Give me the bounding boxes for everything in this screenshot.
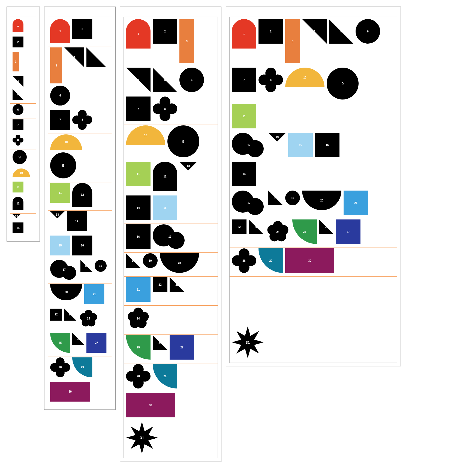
shape-4: 4 (64, 47, 84, 67)
shape-12: 12 (72, 183, 92, 207)
shape-21: 21 (84, 284, 104, 304)
row-divider (124, 161, 218, 161)
row-divider (124, 392, 218, 392)
svg-rect-130 (239, 255, 249, 266)
svg-rect-14 (13, 222, 23, 233)
shape-1: 1 (50, 19, 70, 43)
shape-14: 14 (13, 222, 23, 233)
svg-point-44 (85, 315, 92, 322)
shape-18: 18 (126, 253, 141, 268)
shape-27: 27 (336, 219, 360, 244)
shape-22: 22 (232, 219, 246, 234)
svg-point-4 (13, 104, 23, 115)
shape-20: 20 (302, 191, 341, 210)
row-divider (48, 381, 112, 381)
shape-10: 10 (285, 68, 324, 87)
svg-rect-74 (126, 277, 151, 302)
svg-point-35 (95, 260, 107, 272)
svg-marker-13 (13, 214, 20, 218)
svg-rect-58 (126, 97, 151, 121)
svg-rect-116 (232, 219, 246, 234)
svg-marker-107 (268, 133, 286, 141)
svg-marker-18 (86, 47, 106, 67)
svg-rect-65 (126, 162, 151, 186)
svg-marker-3 (13, 89, 23, 100)
svg-marker-132 (232, 326, 264, 358)
svg-point-73 (143, 253, 158, 268)
shape-3: 3 (13, 52, 19, 71)
svg-rect-16 (50, 47, 62, 83)
shape-4: 4 (126, 68, 151, 92)
svg-marker-95 (329, 19, 353, 44)
svg-point-57 (179, 68, 204, 92)
shape-6: 6 (356, 19, 380, 44)
svg-marker-83 (153, 335, 167, 350)
shape-25: 25 (292, 219, 317, 244)
svg-point-33 (62, 266, 76, 280)
svg-rect-15 (72, 19, 92, 39)
shape-26: 26 (153, 335, 167, 350)
svg-marker-91 (126, 422, 158, 454)
svg-marker-56 (153, 68, 177, 92)
row-divider (48, 357, 112, 357)
shape-30: 30 (285, 248, 334, 273)
svg-rect-92 (258, 19, 283, 44)
svg-marker-124 (319, 219, 334, 234)
shape-25: 25 (50, 333, 70, 353)
svg-marker-117 (249, 219, 263, 234)
row-divider (48, 332, 112, 332)
shape-14: 14 (232, 162, 256, 186)
shape-23: 23 (249, 219, 263, 234)
shape-8: 8 (153, 97, 177, 121)
viewport-column-4: 1234567810911171315161417181920212223242… (226, 7, 401, 366)
row-divider (48, 235, 112, 235)
shape-28: 28 (126, 364, 151, 388)
svg-marker-66 (179, 162, 197, 170)
svg-rect-52 (50, 382, 90, 402)
shape-19: 19 (285, 191, 300, 205)
svg-point-106 (246, 140, 264, 157)
shape-17: 17 (232, 133, 266, 157)
row-divider (124, 305, 218, 306)
shape-7: 7 (126, 97, 151, 121)
shape-11: 11 (50, 183, 70, 203)
shape-8: 8 (13, 135, 23, 146)
row-divider (48, 134, 112, 134)
svg-marker-38 (64, 309, 76, 321)
shape-28: 28 (50, 357, 70, 377)
svg-rect-67 (126, 195, 151, 220)
row-divider (124, 224, 218, 224)
shape-31: 31 (126, 422, 158, 454)
shape-3: 3 (50, 47, 62, 83)
shape-29: 29 (153, 364, 177, 388)
row-divider (124, 195, 218, 195)
shape-22: 22 (153, 277, 167, 292)
svg-point-19 (50, 86, 70, 106)
shape-26: 26 (319, 219, 334, 234)
svg-rect-31 (72, 236, 92, 255)
svg-marker-2 (13, 76, 23, 87)
shape-27: 27 (170, 335, 194, 360)
row-divider (10, 196, 36, 196)
shape-21: 21 (344, 191, 368, 215)
svg-rect-63 (160, 103, 170, 114)
shape-1: 1 (232, 19, 256, 49)
row-divider (230, 132, 397, 132)
svg-marker-72 (126, 253, 141, 268)
shape-13: 13 (50, 211, 65, 218)
svg-point-123 (273, 227, 282, 236)
svg-rect-125 (336, 219, 360, 244)
row-divider (124, 252, 218, 253)
canvas: 1234567810911121314151617181920212223242… (124, 17, 218, 458)
shape-13: 13 (268, 133, 286, 141)
svg-rect-102 (265, 74, 276, 85)
row-divider (48, 109, 112, 109)
svg-point-112 (246, 198, 264, 215)
svg-marker-34 (80, 260, 92, 272)
svg-rect-30 (50, 236, 70, 255)
row-divider (230, 248, 397, 248)
shape-4: 4 (13, 76, 23, 87)
shape-17: 17 (232, 191, 266, 215)
shape-7: 7 (232, 68, 256, 92)
row-divider (10, 181, 36, 181)
